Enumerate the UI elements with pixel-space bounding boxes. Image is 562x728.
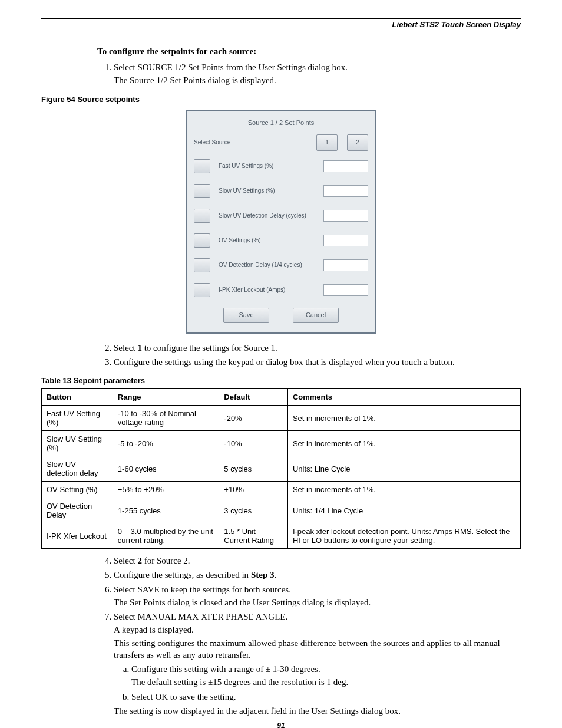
- table-cell: I-peak xfer lockout detection point. Uni…: [287, 523, 520, 549]
- fast-uv-button[interactable]: [194, 159, 210, 173]
- step-7-c: This setting configures the maximum allo…: [114, 637, 521, 661]
- step-4-pre: Select: [114, 556, 137, 565]
- th-comments: Comments: [287, 389, 520, 406]
- slow-uv-field[interactable]: [323, 185, 368, 197]
- table-row: Slow UV detection delay1-60 cycles5 cycl…: [42, 456, 521, 482]
- table-row: Slow UV Setting (%)-5 to -20%-10%Set in …: [42, 431, 521, 456]
- slow-uv-delay-button[interactable]: [194, 209, 210, 223]
- dialog-title: Source 1 / 2 Set Points: [187, 111, 375, 134]
- save-button[interactable]: Save: [223, 308, 269, 323]
- table-cell: Set in increments of 1%.: [287, 406, 520, 431]
- fast-uv-field[interactable]: [323, 160, 368, 172]
- step-3: Configure the settings using the keypad …: [114, 356, 521, 368]
- table-cell: 5 cycles: [219, 456, 288, 482]
- step-2-bold: 1: [137, 343, 142, 353]
- table-cell: I-PK Xfer Lockout: [42, 523, 113, 549]
- ov-delay-button[interactable]: [194, 258, 210, 272]
- ipk-xfer-button[interactable]: [194, 283, 210, 297]
- step-2: Select 1 to configure the settings for S…: [114, 342, 521, 354]
- fast-uv-label: Fast UV Settings (%): [216, 163, 318, 169]
- table-cell: Units: 1/4 Line Cycle: [287, 498, 520, 523]
- ov-settings-field[interactable]: [323, 235, 368, 246]
- table-cell: +10%: [219, 482, 288, 498]
- source-2-button[interactable]: 2: [347, 134, 368, 151]
- table-row: OV Setting (%)+5% to +20%+10%Set in incr…: [42, 482, 521, 498]
- th-button: Button: [42, 389, 113, 406]
- step-5-bold: Step 3: [251, 570, 275, 579]
- ov-delay-field[interactable]: [323, 259, 368, 271]
- table-row: Fast UV Setting (%)-10 to -30% of Nomina…: [42, 406, 521, 431]
- table-cell: Slow UV Setting (%): [42, 431, 113, 456]
- table-cell: 1.5 * Unit Current Rating: [219, 523, 288, 549]
- dialog-source-setpoints: Source 1 / 2 Set Points Select Source 1 …: [186, 110, 376, 334]
- slow-uv-delay-field[interactable]: [323, 210, 368, 222]
- table-cell: 3 cycles: [219, 498, 288, 523]
- step-1-line-b: The Source 1/2 Set Points dialog is disp…: [114, 74, 521, 86]
- table-caption: Table 13 Sepoint parameters: [41, 376, 521, 385]
- cancel-button[interactable]: Cancel: [293, 308, 339, 323]
- page-number: 91: [0, 722, 562, 728]
- table-cell: Set in increments of 1%.: [287, 431, 520, 456]
- table-cell: OV Detection Delay: [42, 498, 113, 523]
- step-6-b: The Set Points dialog is closed and the …: [114, 597, 521, 608]
- table-cell: +5% to +20%: [113, 482, 219, 498]
- step-7-sub-a1: Configure this setting with a range of ±…: [131, 664, 320, 674]
- step-5-pre: Configure the settings, as described in: [114, 570, 251, 579]
- select-source-label: Select Source: [194, 139, 307, 146]
- step-6-a: Select SAVE to keep the settings for bot…: [114, 584, 521, 595]
- ipk-xfer-field[interactable]: [323, 284, 368, 296]
- source-1-button[interactable]: 1: [316, 134, 338, 151]
- step-5-post: .: [274, 570, 276, 579]
- table-cell: Set in increments of 1%.: [287, 482, 520, 498]
- table-cell: -5 to -20%: [113, 431, 219, 456]
- setpoint-parameters-table: Button Range Default Comments Fast UV Se…: [41, 388, 521, 549]
- step-7-d: The setting is now displayed in the adja…: [114, 705, 521, 717]
- slow-uv-label: Slow UV Settings (%): [216, 187, 318, 194]
- th-default: Default: [219, 389, 288, 406]
- ipk-xfer-label: I-PK Xfer Lockout (Amps): [216, 286, 318, 293]
- table-cell: -10%: [219, 431, 288, 456]
- table-cell: OV Setting (%): [42, 482, 113, 498]
- step-7-sub-a2: The default setting is ±15 degrees and t…: [131, 676, 521, 688]
- table-row: OV Detection Delay1-255 cycles3 cyclesUn…: [42, 498, 521, 523]
- step-7-sub-b: Select OK to save the setting.: [131, 691, 521, 703]
- step-5: Configure the settings, as described in …: [114, 569, 521, 581]
- step-7-sub-a: Configure this setting with a range of ±…: [131, 663, 521, 689]
- step-7: Select MANUAL MAX XFER PHASE ANGLE. A ke…: [114, 611, 521, 717]
- section-intro: To configure the setpoints for each sour…: [97, 47, 521, 57]
- table-cell: 1-60 cycles: [113, 456, 219, 482]
- table-row: I-PK Xfer Lockout0 – 3.0 multiplied by t…: [42, 523, 521, 549]
- table-header-row: Button Range Default Comments: [42, 389, 521, 406]
- step-7-a: Select MANUAL MAX XFER PHASE ANGLE.: [114, 611, 521, 622]
- slow-uv-button[interactable]: [194, 184, 210, 198]
- table-cell: Slow UV detection delay: [42, 456, 113, 482]
- step-4-bold: 2: [137, 556, 142, 565]
- ov-settings-button[interactable]: [194, 233, 210, 248]
- step-4: Select 2 for Source 2.: [114, 555, 521, 566]
- th-range: Range: [113, 389, 219, 406]
- table-cell: Units: Line Cycle: [287, 456, 520, 482]
- table-cell: 1-255 cycles: [113, 498, 219, 523]
- step-1-line-a: Select SOURCE 1/2 Set Points from the Us…: [114, 61, 521, 73]
- table-cell: -10 to -30% of Nominal voltage rating: [113, 406, 219, 431]
- page-header: Liebert STS2 Touch Screen Display: [41, 20, 521, 29]
- table-cell: -20%: [219, 406, 288, 431]
- table-cell: Fast UV Setting (%): [42, 406, 113, 431]
- step-7-b: A keypad is displayed.: [114, 624, 521, 635]
- step-6: Select SAVE to keep the settings for bot…: [114, 584, 521, 609]
- figure-caption: Figure 54 Source setpoints: [41, 95, 521, 104]
- step-4-post: for Source 2.: [142, 556, 190, 565]
- ov-delay-label: OV Detection Delay (1/4 cycles): [216, 262, 318, 268]
- ov-settings-label: OV Settings (%): [216, 237, 318, 243]
- table-cell: 0 – 3.0 multiplied by the unit current r…: [113, 523, 219, 549]
- slow-uv-delay-label: Slow UV Detection Delay (cycles): [216, 212, 318, 219]
- step-1: Select SOURCE 1/2 Set Points from the Us…: [114, 61, 521, 87]
